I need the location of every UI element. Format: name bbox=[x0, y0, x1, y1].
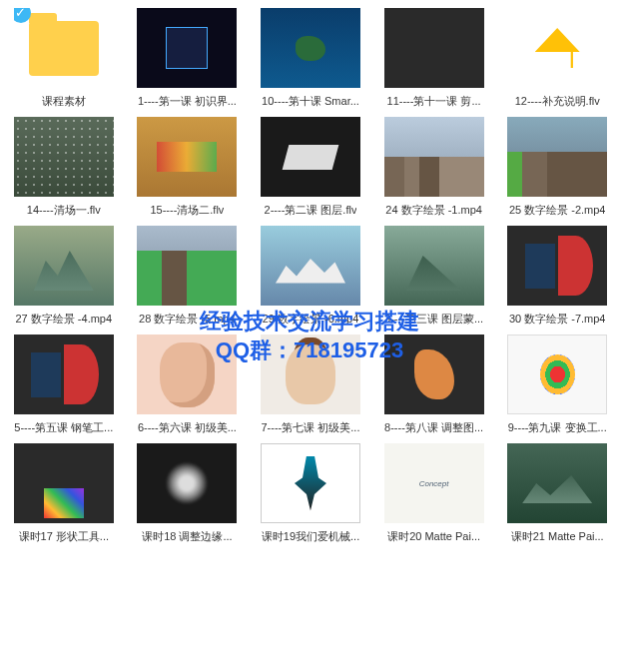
file-item[interactable]: 12----补充说明.flv bbox=[501, 8, 613, 109]
file-item[interactable]: 课时21 Matte Pai... bbox=[501, 443, 613, 544]
file-item[interactable]: 27 数字绘景 -4.mp4 bbox=[8, 226, 120, 327]
video-thumbnail bbox=[261, 117, 360, 197]
file-label: 5----第五课 钢笔工... bbox=[14, 420, 113, 435]
file-label: 24 数字绘景 -1.mp4 bbox=[385, 203, 482, 218]
file-item[interactable]: 9----第九课 变换工... bbox=[501, 335, 613, 435]
file-item[interactable]: 3----第三课 图层蒙... bbox=[378, 226, 490, 327]
video-thumbnail bbox=[384, 443, 484, 523]
file-label: 3----第三课 图层蒙... bbox=[384, 312, 483, 327]
file-label: 1----第一课 初识界... bbox=[138, 94, 237, 109]
file-item[interactable]: 课时19我们爱机械... bbox=[255, 443, 366, 544]
file-item[interactable]: 课时17 形状工具... bbox=[8, 443, 120, 544]
video-thumbnail bbox=[137, 443, 237, 523]
file-item[interactable]: 14----清场一.flv bbox=[8, 117, 120, 218]
video-thumbnail bbox=[507, 226, 607, 306]
file-item[interactable]: 25 数字绘景 -2.mp4 bbox=[501, 117, 613, 218]
file-label: 课程素材 bbox=[42, 94, 86, 109]
file-label: 25 数字绘景 -2.mp4 bbox=[509, 203, 606, 218]
folder-icon: ✓ bbox=[29, 21, 99, 76]
video-thumbnail bbox=[261, 8, 360, 88]
file-item[interactable]: 5----第五课 钢笔工... bbox=[8, 335, 120, 435]
video-thumbnail bbox=[14, 226, 114, 306]
video-thumbnail bbox=[384, 226, 484, 306]
video-thumbnail bbox=[261, 335, 360, 414]
file-label: 10----第十课 Smar... bbox=[262, 94, 359, 109]
file-item[interactable]: 7----第七课 初级美... bbox=[255, 335, 366, 435]
video-thumbnail bbox=[14, 335, 114, 414]
selected-check-icon: ✓ bbox=[14, 8, 31, 23]
file-label: 课时20 Matte Pai... bbox=[387, 529, 480, 544]
video-thumbnail bbox=[507, 335, 607, 414]
file-label: 课时21 Matte Pai... bbox=[511, 529, 604, 544]
file-item[interactable]: 6----第六课 初级美... bbox=[132, 335, 244, 435]
file-label: 8----第八课 调整图... bbox=[384, 420, 483, 435]
file-label: 29 数字绘景 -6.mp4 bbox=[263, 312, 359, 327]
file-item[interactable]: 29 数字绘景 -6.mp4 bbox=[255, 226, 366, 327]
file-item[interactable]: 10----第十课 Smar... bbox=[255, 8, 366, 109]
folder-thumbnail: ✓ bbox=[14, 8, 114, 88]
video-thumbnail bbox=[137, 335, 237, 414]
file-item[interactable]: 课时20 Matte Pai... bbox=[378, 443, 490, 544]
video-thumbnail bbox=[14, 443, 114, 523]
video-thumbnail bbox=[384, 8, 484, 88]
file-label: 11----第十一课 剪... bbox=[387, 94, 481, 109]
video-thumbnail bbox=[384, 117, 484, 197]
file-label: 28 数字绘景 -5.mp4 bbox=[139, 312, 236, 327]
file-item[interactable]: 2----第二课 图层.flv bbox=[255, 117, 366, 218]
video-thumbnail bbox=[261, 443, 360, 523]
file-item[interactable]: 课时18 调整边缘... bbox=[132, 443, 244, 544]
video-thumbnail bbox=[507, 8, 607, 88]
file-label: 6----第六课 初级美... bbox=[138, 420, 237, 435]
file-item[interactable]: 30 数字绘景 -7.mp4 bbox=[501, 226, 613, 327]
file-label: 9----第九课 变换工... bbox=[508, 420, 607, 435]
file-item[interactable]: 24 数字绘景 -1.mp4 bbox=[378, 117, 490, 218]
file-item[interactable]: 8----第八课 调整图... bbox=[378, 335, 490, 435]
file-label: 2----第二课 图层.flv bbox=[265, 203, 357, 218]
file-item[interactable]: 15----清场二.flv bbox=[132, 117, 244, 218]
file-item[interactable]: 28 数字绘景 -5.mp4 bbox=[132, 226, 244, 327]
video-thumbnail bbox=[507, 443, 607, 523]
video-thumbnail bbox=[261, 226, 360, 306]
video-thumbnail bbox=[137, 117, 237, 197]
file-label: 7----第七课 初级美... bbox=[261, 420, 359, 435]
file-label: 14----清场一.flv bbox=[27, 203, 101, 218]
file-label: 课时18 调整边缘... bbox=[142, 529, 232, 544]
video-thumbnail bbox=[14, 117, 114, 197]
video-thumbnail bbox=[384, 335, 484, 414]
file-label: 27 数字绘景 -4.mp4 bbox=[16, 312, 113, 327]
video-thumbnail bbox=[137, 226, 237, 306]
file-label: 12----补充说明.flv bbox=[515, 94, 600, 109]
file-label: 15----清场二.flv bbox=[150, 203, 224, 218]
video-thumbnail bbox=[507, 117, 607, 197]
file-item[interactable]: 11----第十一课 剪... bbox=[378, 8, 490, 109]
file-label: 30 数字绘景 -7.mp4 bbox=[509, 312, 606, 327]
file-label: 课时17 形状工具... bbox=[19, 529, 109, 544]
file-label: 课时19我们爱机械... bbox=[262, 529, 359, 544]
file-grid: ✓课程素材1----第一课 初识界...10----第十课 Smar...11-… bbox=[0, 0, 621, 552]
folder-item[interactable]: ✓课程素材 bbox=[8, 8, 120, 109]
file-item[interactable]: 1----第一课 初识界... bbox=[132, 8, 244, 109]
video-thumbnail bbox=[137, 8, 237, 88]
